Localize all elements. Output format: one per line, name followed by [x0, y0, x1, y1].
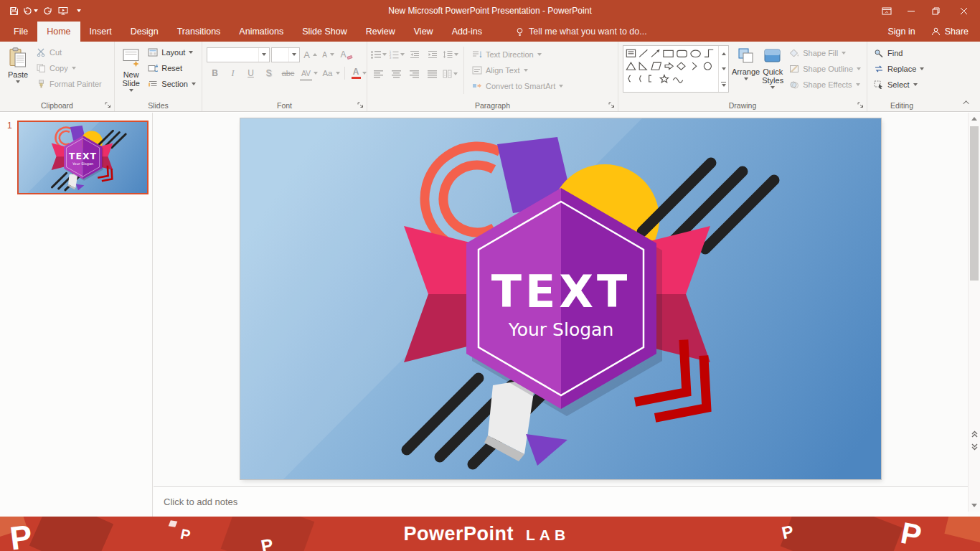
tab-design[interactable]: Design: [121, 22, 168, 42]
layout-button[interactable]: Layout: [144, 44, 199, 60]
copy-button[interactable]: Copy: [33, 60, 105, 76]
tell-me-box[interactable]: Tell me what you want to do...: [516, 22, 647, 42]
increase-font-size-button[interactable]: A: [301, 47, 318, 62]
collapse-ribbon-button[interactable]: [961, 98, 973, 107]
save-button[interactable]: [6, 0, 22, 22]
ribbon-display-options-icon: [882, 7, 892, 15]
shapes-gallery-scrollbar: [718, 46, 728, 92]
font-name-combo[interactable]: [207, 47, 270, 62]
undo-button[interactable]: [22, 0, 39, 22]
decrease-font-size-button[interactable]: A: [319, 47, 336, 62]
previous-slide-icon: [971, 430, 978, 438]
tab-review[interactable]: Review: [357, 22, 405, 42]
italic-button[interactable]: I: [225, 65, 241, 81]
columns-button[interactable]: [442, 66, 458, 82]
strikethrough-button[interactable]: abc: [278, 65, 298, 81]
shapes-scroll-down-button[interactable]: [719, 61, 728, 76]
text-shadow-button[interactable]: S: [260, 65, 277, 81]
decrease-indent-button[interactable]: [406, 47, 423, 62]
text-direction-button[interactable]: Text Direction: [468, 47, 567, 62]
banner-shape: [781, 517, 903, 551]
reset-button[interactable]: Reset: [144, 60, 199, 76]
shape-outline-button[interactable]: Shape Outline: [786, 61, 864, 77]
font-color-button[interactable]: A: [349, 65, 369, 81]
close-button[interactable]: [948, 0, 980, 22]
new-slide-button[interactable]: New Slide: [118, 44, 144, 100]
slide-canvas[interactable]: [240, 118, 881, 479]
tab-file[interactable]: File: [4, 22, 37, 42]
character-spacing-button[interactable]: AV: [299, 65, 319, 81]
font-size-caret-icon[interactable]: [288, 48, 299, 62]
previous-slide-button[interactable]: [969, 428, 980, 440]
start-from-beginning-button[interactable]: [55, 0, 71, 22]
align-left-button[interactable]: [370, 66, 387, 82]
convert-to-smartart-button[interactable]: Convert to SmartArt: [468, 78, 567, 94]
dialog-launcher-icon: [357, 102, 364, 108]
ribbon-display-options-button[interactable]: [875, 0, 899, 22]
line-spacing-button[interactable]: [442, 47, 458, 62]
banner-brand-name: PowerPoint: [404, 523, 514, 545]
quick-styles-button[interactable]: Quick Styles: [760, 44, 786, 100]
clipboard-dialog-launcher[interactable]: [104, 101, 112, 109]
paragraph-dialog-launcher[interactable]: [608, 101, 616, 109]
tab-home[interactable]: Home: [37, 22, 80, 42]
section-button[interactable]: Section: [144, 76, 199, 92]
minimize-icon: [908, 11, 915, 11]
shapes-gallery-items[interactable]: [623, 46, 718, 92]
bullets-button[interactable]: [370, 47, 387, 62]
cut-button[interactable]: Cut: [33, 44, 105, 60]
slide-thumbnail[interactable]: [17, 121, 149, 194]
ribbon: Paste Cut Copy Format Painter Clipbo: [0, 42, 980, 112]
arrange-button[interactable]: Arrange: [732, 44, 760, 100]
next-slide-button[interactable]: [969, 441, 980, 453]
paste-button[interactable]: Paste: [3, 44, 33, 100]
shapes-gallery[interactable]: [623, 45, 729, 93]
tab-add-ins[interactable]: Add-ins: [443, 22, 491, 42]
redo-button[interactable]: [39, 0, 55, 22]
scroll-up-button[interactable]: [969, 113, 980, 125]
increase-indent-button[interactable]: [424, 47, 440, 62]
sign-in-link[interactable]: Sign in: [887, 27, 915, 37]
notes-pane[interactable]: Click to add notes: [154, 486, 968, 517]
change-case-button[interactable]: Aa: [320, 65, 341, 81]
underline-button[interactable]: U: [242, 65, 259, 81]
restore-button[interactable]: [923, 0, 948, 22]
align-center-button[interactable]: [388, 66, 405, 82]
clear-formatting-button[interactable]: A: [337, 47, 354, 62]
ribbon-group-drawing: Arrange Quick Styles Shape Fill Shape Ou…: [618, 42, 867, 111]
shape-fill-button[interactable]: Shape Fill: [786, 45, 864, 61]
replace-button[interactable]: Replace: [870, 61, 928, 77]
align-text-button[interactable]: Align Text: [468, 62, 567, 78]
select-button[interactable]: Select: [870, 77, 928, 93]
slide-thumbnail-artwork: [19, 122, 147, 193]
font-size-combo[interactable]: [271, 47, 300, 62]
numbering-button[interactable]: 123: [388, 47, 405, 62]
format-painter-button[interactable]: Format Painter: [33, 76, 105, 92]
bold-button[interactable]: B: [207, 65, 223, 81]
tab-view[interactable]: View: [405, 22, 443, 42]
find-button[interactable]: Find: [870, 45, 928, 61]
tab-transitions[interactable]: Transitions: [168, 22, 230, 42]
convert-to-smartart-caret-icon: [559, 85, 563, 88]
tab-insert[interactable]: Insert: [80, 22, 121, 42]
font-color-icon: A: [352, 68, 361, 79]
share-button[interactable]: Share: [931, 27, 969, 37]
shapes-scroll-up-button[interactable]: [719, 46, 728, 61]
shape-effects-button[interactable]: Shape Effects: [786, 77, 864, 93]
customize-quick-access-button[interactable]: [71, 0, 87, 22]
align-right-button[interactable]: [406, 66, 423, 82]
scroll-down-button[interactable]: [969, 499, 980, 512]
font-dialog-launcher[interactable]: [357, 101, 364, 109]
shapes-more-button[interactable]: [719, 77, 728, 92]
character-spacing-label: AV: [300, 66, 312, 80]
ribbon-group-font: A A A B I U S: [202, 42, 367, 111]
drawing-dialog-launcher[interactable]: [857, 101, 864, 109]
tab-animations[interactable]: Animations: [230, 22, 293, 42]
scrollbar-thumb[interactable]: [970, 126, 979, 281]
workspace: 1 Click to add notes: [0, 113, 980, 517]
font-name-caret-icon[interactable]: [258, 48, 269, 62]
minimize-button[interactable]: [899, 0, 923, 22]
more-bar-icon: [721, 82, 726, 83]
justify-button[interactable]: [424, 66, 440, 82]
tab-slide-show[interactable]: Slide Show: [293, 22, 357, 42]
